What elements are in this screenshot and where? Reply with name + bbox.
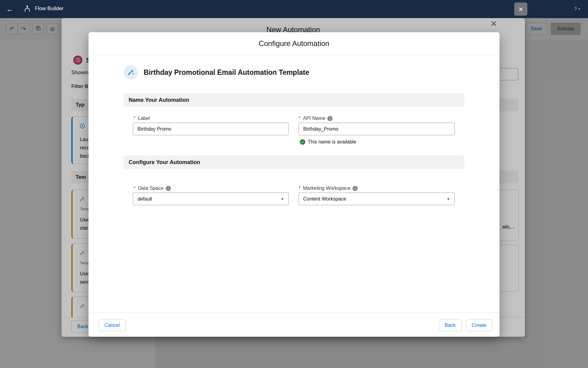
template-name: Birthday Promotional Email Automation Te…: [144, 68, 309, 77]
api-name-input[interactable]: [299, 123, 455, 135]
success-check-icon: ✓: [300, 139, 305, 145]
availability-text: This name is available: [308, 139, 356, 145]
help-menu[interactable]: ? ▾: [574, 0, 580, 18]
info-icon[interactable]: i: [327, 116, 333, 121]
required-marker: *: [134, 116, 135, 121]
modal-title: Configure Automation: [259, 39, 330, 48]
close-icon: ×: [491, 17, 497, 29]
chevron-down-icon: ▼: [447, 197, 450, 201]
header-back-button[interactable]: ←: [4, 4, 15, 15]
flow-builder-screen: ← Flow Builder × ? ▾ ↶ ↷: [0, 0, 588, 368]
data-space-field-label: * Data Space i: [134, 186, 171, 191]
name-availability-status: ✓ This name is available: [300, 139, 356, 145]
api-name-field-label: * API Name i: [299, 116, 333, 121]
label-text: Label: [138, 116, 150, 121]
magic-wand-icon: [124, 65, 138, 79]
info-icon[interactable]: i: [166, 186, 171, 191]
exit-flow-button[interactable]: ×: [514, 2, 527, 16]
label-text: Marketing Workspace: [303, 186, 350, 191]
create-button[interactable]: Create: [466, 319, 492, 331]
configure-modal-close-button[interactable]: ×: [488, 17, 499, 29]
configure-section-header: Configure Your Automation: [123, 155, 464, 169]
label-input[interactable]: [133, 123, 289, 135]
back-arrow-icon: ←: [6, 5, 13, 13]
label-text: Data Space: [138, 186, 164, 191]
app-header: ← Flow Builder × ? ▾: [0, 0, 588, 18]
name-section-label: Name Your Automation: [129, 97, 189, 103]
selected-value: default: [138, 196, 152, 202]
template-heading-row: Birthday Promotional Email Automation Te…: [124, 65, 309, 79]
selected-value: Content Workspace: [303, 196, 346, 202]
required-marker: *: [299, 116, 300, 121]
configure-section-label: Configure Your Automation: [129, 159, 200, 166]
marketing-workspace-field-label: * Marketing Workspace i: [299, 186, 358, 191]
marketing-workspace-select[interactable]: Content Workspace ▼: [299, 193, 455, 205]
data-space-select[interactable]: default ▼: [133, 193, 289, 205]
required-marker: *: [299, 186, 300, 191]
label-field-label: * Label: [134, 116, 150, 121]
flow-builder-icon: [23, 5, 31, 13]
info-icon[interactable]: i: [352, 186, 358, 191]
chevron-down-icon: ▾: [578, 7, 580, 11]
chevron-down-icon: ▼: [281, 197, 284, 201]
modal-header: Configure Automation: [89, 32, 499, 55]
name-section-header: Name Your Automation: [123, 93, 464, 107]
modal-footer: Cancel Back Create: [89, 312, 499, 337]
help-icon: ?: [574, 6, 577, 12]
configure-automation-modal: Configure Automation Birthday Promotiona…: [89, 32, 499, 337]
back-button[interactable]: Back: [439, 319, 462, 331]
app-title: Flow Builder: [35, 6, 64, 12]
cancel-button[interactable]: Cancel: [99, 319, 126, 331]
label-text: API Name: [303, 116, 325, 121]
close-icon: ×: [518, 5, 523, 14]
required-marker: *: [134, 186, 135, 191]
